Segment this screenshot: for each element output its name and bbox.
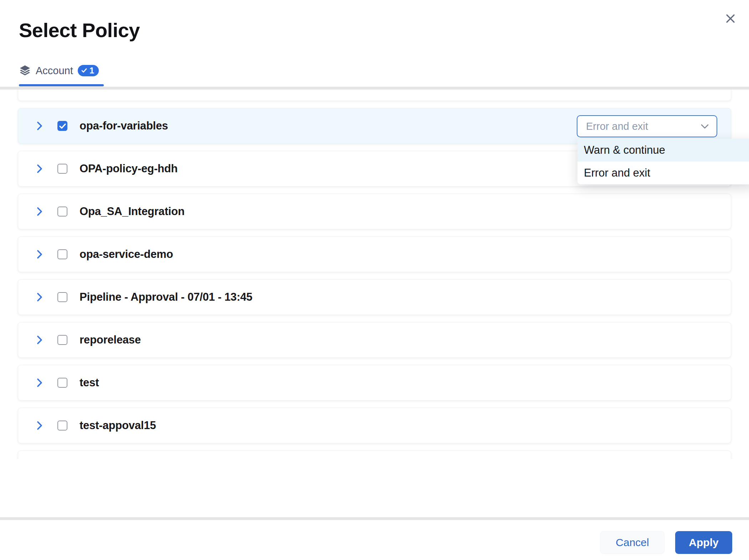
chevron-right-icon[interactable]: [35, 335, 44, 345]
policy-row[interactable]: Opa_SA_Integration: [18, 194, 731, 229]
dropdown-option-warn-continue[interactable]: Warn & continue: [577, 139, 749, 162]
tab-label: Account: [36, 65, 73, 77]
chevron-right-icon[interactable]: [35, 207, 44, 217]
chevron-right-icon[interactable]: [35, 249, 44, 259]
chevron-right-icon[interactable]: [35, 164, 44, 174]
cancel-button[interactable]: Cancel: [600, 531, 664, 554]
chevron-right-icon[interactable]: [35, 378, 44, 388]
chevron-right-icon[interactable]: [35, 121, 44, 131]
check-icon: [81, 68, 87, 73]
policy-row-partial-top: [18, 90, 731, 101]
policy-checkbox[interactable]: [57, 207, 67, 217]
policy-checkbox[interactable]: [57, 164, 67, 174]
policy-checkbox[interactable]: [57, 121, 67, 131]
action-select[interactable]: Error and exit: [577, 115, 717, 137]
footer-divider: [0, 517, 749, 520]
policy-row[interactable]: opa-service-demo: [18, 236, 731, 272]
policy-row-partial-bottom: [18, 450, 731, 459]
chevron-right-icon[interactable]: [35, 421, 44, 431]
policy-label: Pipeline - Approval - 07/01 - 13:45: [80, 291, 253, 304]
policy-row[interactable]: Pipeline - Approval - 07/01 - 13:45: [18, 279, 731, 315]
policy-row[interactable]: test: [18, 365, 731, 401]
layers-icon: [19, 65, 31, 77]
close-icon: [725, 13, 736, 24]
page-title: Select Policy: [19, 19, 140, 42]
action-select-value: Error and exit: [586, 121, 648, 132]
policy-checkbox[interactable]: [57, 421, 67, 431]
policy-label: test: [80, 376, 99, 389]
badge-count: 1: [90, 66, 94, 76]
chevron-right-icon[interactable]: [35, 292, 44, 302]
policy-label: reporelease: [80, 334, 141, 346]
selected-count-badge: 1: [78, 65, 99, 76]
policy-row[interactable]: test-appoval15: [18, 408, 731, 443]
policy-label: opa-for-variables: [80, 119, 168, 132]
policy-label: Opa_SA_Integration: [80, 205, 184, 218]
tab-underline: [19, 84, 104, 86]
action-dropdown-menu: Warn & continue Error and exit: [577, 139, 749, 184]
policy-checkbox[interactable]: [57, 378, 67, 388]
policy-row[interactable]: opa-for-variables Error and exit: [18, 108, 731, 144]
apply-button[interactable]: Apply: [675, 531, 732, 554]
policy-checkbox[interactable]: [57, 292, 67, 302]
policy-label: test-appoval15: [80, 419, 156, 432]
dropdown-option-error-exit[interactable]: Error and exit: [577, 162, 749, 184]
close-button[interactable]: [723, 11, 738, 26]
policy-label: opa-service-demo: [80, 248, 173, 261]
tab-account[interactable]: Account 1: [19, 65, 99, 77]
policy-checkbox[interactable]: [57, 249, 67, 259]
policy-row[interactable]: reporelease: [18, 322, 731, 358]
header-divider: [0, 87, 749, 90]
chevron-down-icon: [701, 124, 709, 129]
policy-label: OPA-policy-eg-hdh: [80, 162, 178, 175]
policy-checkbox[interactable]: [57, 335, 67, 345]
